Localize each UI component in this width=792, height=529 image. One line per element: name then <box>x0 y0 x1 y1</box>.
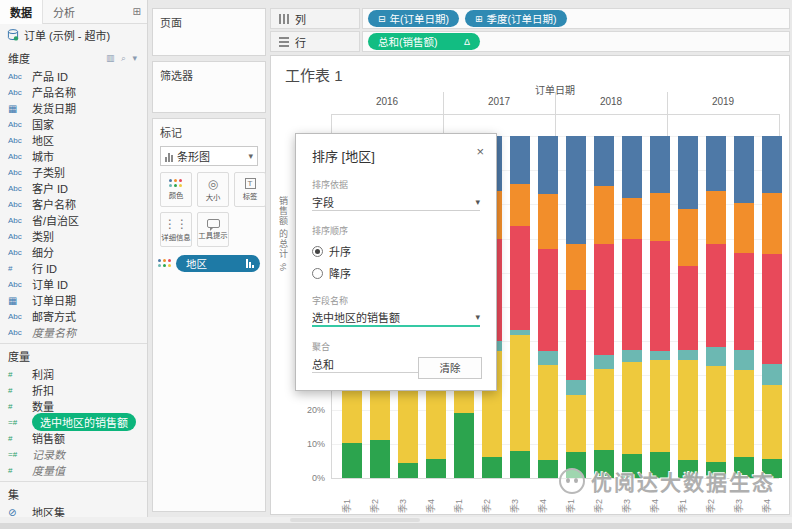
bar-segment-blue[interactable] <box>706 136 726 191</box>
pane-menu-icon[interactable]: ⊞ <box>133 6 141 17</box>
bar-segment-blue[interactable] <box>678 136 698 209</box>
bar-segment-yellow[interactable] <box>762 385 782 459</box>
dimension-item[interactable]: Abc城市 <box>0 148 147 164</box>
marks-button-tooltip-bubble[interactable]: 工具提示 <box>197 212 229 247</box>
clear-button[interactable]: 清除 <box>418 357 482 379</box>
dimension-item[interactable]: Abc产品名称 <box>0 84 147 100</box>
bar-segment-orange[interactable] <box>510 184 530 226</box>
stacked-bar[interactable] <box>762 136 782 478</box>
bar-segment-yellow[interactable] <box>594 369 614 450</box>
dimension-item[interactable]: Abc订单 ID <box>0 276 147 292</box>
dimension-item[interactable]: Abc国家 <box>0 116 147 132</box>
measure-item[interactable]: #度量值 <box>0 462 147 478</box>
bar-segment-red[interactable] <box>510 226 530 329</box>
stacked-bar[interactable] <box>566 136 586 478</box>
dimension-item[interactable]: Abc邮寄方式 <box>0 308 147 324</box>
bar-segment-blue[interactable] <box>594 136 614 186</box>
pages-card[interactable]: 页面 <box>152 8 266 56</box>
measure-item[interactable]: =#选中地区的销售额 <box>0 414 147 430</box>
dimension-item[interactable]: Abc产品 ID <box>0 68 147 84</box>
bar-segment-orange[interactable] <box>706 191 726 244</box>
tab-analytics[interactable]: 分析 <box>43 0 85 24</box>
dimension-item[interactable]: Abc客户 ID <box>0 180 147 196</box>
measure-item[interactable]: #销售额 <box>0 430 147 446</box>
bar-segment-red[interactable] <box>650 241 670 351</box>
stacked-bar[interactable] <box>510 136 530 478</box>
scrollbar-thumb[interactable] <box>290 518 420 522</box>
dimension-item[interactable]: #行 ID <box>0 260 147 276</box>
sort-ascending-option[interactable]: 升序 <box>312 243 480 259</box>
sort-descending-option[interactable]: 降序 <box>312 265 480 281</box>
bar-segment-green[interactable] <box>426 459 446 478</box>
bar-segment-red[interactable] <box>538 249 558 351</box>
bar-segment-teal[interactable] <box>762 364 782 385</box>
stacked-bar[interactable] <box>538 136 558 478</box>
bar-segment-green[interactable] <box>370 440 390 478</box>
dimensions-header-icons[interactable]: ▥ ⌕ ▾ <box>106 53 139 64</box>
field-name-dropdown[interactable]: 选中地区的销售额 ▾ <box>312 309 480 327</box>
bar-segment-red[interactable] <box>706 244 726 347</box>
measure-item[interactable]: =#记录数 <box>0 446 147 462</box>
bar-segment-yellow[interactable] <box>510 335 530 451</box>
bar-segment-green[interactable] <box>398 463 418 478</box>
bar-segment-red[interactable] <box>734 253 754 349</box>
bar-segment-teal[interactable] <box>594 355 614 369</box>
bar-segment-yellow[interactable] <box>566 395 586 452</box>
stacked-bar[interactable] <box>734 136 754 478</box>
bar-segment-yellow[interactable] <box>622 362 642 454</box>
dimension-item[interactable]: Abc客户名称 <box>0 196 147 212</box>
bar-segment-teal[interactable] <box>650 351 670 359</box>
bar-segment-teal[interactable] <box>566 380 586 395</box>
bar-segment-yellow[interactable] <box>706 366 726 461</box>
close-icon[interactable]: × <box>476 144 484 159</box>
bar-segment-red[interactable] <box>622 239 642 349</box>
bar-segment-teal[interactable] <box>734 350 754 370</box>
bar-segment-red[interactable] <box>678 266 698 349</box>
bar-segment-green[interactable] <box>342 443 362 478</box>
tab-data[interactable]: 数据 <box>0 0 43 24</box>
bar-segment-red[interactable] <box>762 254 782 363</box>
dimension-item[interactable]: ▦订单日期 <box>0 292 147 308</box>
stacked-bar[interactable] <box>706 136 726 478</box>
marks-button-color-dots[interactable]: 颜色 <box>160 172 192 207</box>
data-source-row[interactable]: 订单 (示例 - 超市) <box>0 24 147 46</box>
marks-button-detail-dots[interactable]: ⋮⋮详细信息 <box>160 212 192 247</box>
bar-segment-blue[interactable] <box>510 136 530 184</box>
measure-item[interactable]: #利润 <box>0 366 147 382</box>
bar-segment-yellow[interactable] <box>650 360 670 452</box>
dimension-item[interactable]: Abc省/自治区 <box>0 212 147 228</box>
bar-segment-green[interactable] <box>482 457 502 478</box>
region-pill[interactable]: 地区 <box>176 255 260 272</box>
dimension-item[interactable]: Abc度量名称 <box>0 324 147 340</box>
measure-item[interactable]: #数量 <box>0 398 147 414</box>
bar-segment-blue[interactable] <box>762 136 782 193</box>
bar-segment-yellow[interactable] <box>538 365 558 460</box>
bar-segment-yellow[interactable] <box>734 370 754 457</box>
stacked-bar[interactable] <box>650 136 670 478</box>
bar-segment-blue[interactable] <box>538 136 558 194</box>
marks-button-size-circles[interactable]: ◎大小 <box>197 172 229 207</box>
bar-segment-orange[interactable] <box>538 194 558 249</box>
bar-segment-red[interactable] <box>594 244 614 354</box>
dimension-item[interactable]: Abc类别 <box>0 228 147 244</box>
marks-button-label-t[interactable]: T标签 <box>234 172 266 207</box>
column-pill[interactable]: ⊞季度(订单日期) <box>465 10 567 27</box>
dimension-item[interactable]: Abc细分 <box>0 244 147 260</box>
dimension-item[interactable]: ▦发货日期 <box>0 100 147 116</box>
stacked-bar[interactable] <box>594 136 614 478</box>
column-pill[interactable]: ⊟年(订单日期) <box>368 10 459 27</box>
bar-segment-teal[interactable] <box>622 350 642 362</box>
bar-segment-orange[interactable] <box>678 209 698 266</box>
bar-segment-blue[interactable] <box>566 136 586 244</box>
bar-segment-blue[interactable] <box>650 136 670 193</box>
bar-segment-blue[interactable] <box>734 136 754 203</box>
bar-segment-orange[interactable] <box>762 193 782 254</box>
sort-by-dropdown[interactable]: 字段 ▾ <box>312 193 480 211</box>
columns-shelf[interactable]: ⊟年(订单日期)⊞季度(订单日期) <box>362 8 790 29</box>
bar-segment-orange[interactable] <box>594 186 614 244</box>
stacked-bar[interactable] <box>622 136 642 478</box>
rows-shelf[interactable]: 总和(销售额)Δ <box>362 31 790 52</box>
drill-icon[interactable]: ⊞ <box>475 14 483 24</box>
bar-segment-orange[interactable] <box>622 198 642 239</box>
measure-item[interactable]: #折扣 <box>0 382 147 398</box>
